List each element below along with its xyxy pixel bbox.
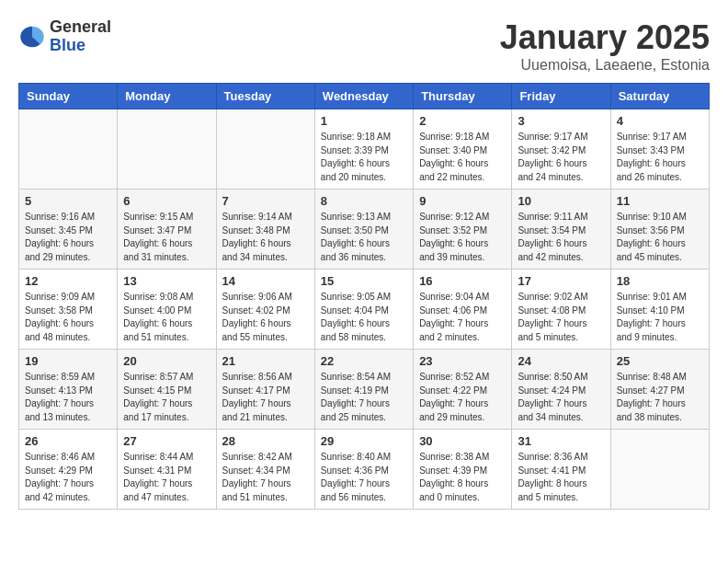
day-number: 9 — [419, 194, 506, 208]
day-number: 17 — [518, 274, 604, 288]
weekday-header-thursday: Thursday — [414, 84, 512, 109]
day-number: 5 — [25, 194, 111, 208]
calendar-cell: 16Sunrise: 9:04 AM Sunset: 4:06 PM Dayli… — [414, 270, 512, 350]
calendar-cell: 7Sunrise: 9:14 AM Sunset: 3:48 PM Daylig… — [216, 190, 314, 270]
day-number: 11 — [617, 194, 703, 208]
calendar-cell: 10Sunrise: 9:11 AM Sunset: 3:54 PM Dayli… — [512, 190, 610, 270]
day-info: Sunrise: 9:06 AM Sunset: 4:02 PM Dayligh… — [222, 291, 309, 344]
calendar-cell: 15Sunrise: 9:05 AM Sunset: 4:04 PM Dayli… — [314, 270, 413, 350]
day-info: Sunrise: 9:12 AM Sunset: 3:52 PM Dayligh… — [419, 211, 506, 264]
day-info: Sunrise: 8:57 AM Sunset: 4:15 PM Dayligh… — [123, 371, 210, 424]
day-number: 30 — [419, 434, 506, 448]
title-area: January 2025 Uuemoisa, Laeaene, Estonia — [500, 18, 710, 74]
calendar-cell: 3Sunrise: 9:17 AM Sunset: 3:42 PM Daylig… — [512, 109, 610, 190]
day-info: Sunrise: 8:42 AM Sunset: 4:34 PM Dayligh… — [222, 451, 309, 504]
weekday-header-saturday: Saturday — [610, 84, 709, 109]
calendar-cell: 23Sunrise: 8:52 AM Sunset: 4:22 PM Dayli… — [414, 350, 512, 430]
day-info: Sunrise: 9:04 AM Sunset: 4:06 PM Dayligh… — [419, 291, 506, 344]
day-info: Sunrise: 9:08 AM Sunset: 4:00 PM Dayligh… — [123, 291, 210, 344]
day-info: Sunrise: 8:48 AM Sunset: 4:27 PM Dayligh… — [617, 371, 703, 424]
day-number: 18 — [617, 274, 703, 288]
location-title: Uuemoisa, Laeaene, Estonia — [500, 57, 710, 74]
logo: General Blue — [18, 18, 111, 55]
calendar-cell: 20Sunrise: 8:57 AM Sunset: 4:15 PM Dayli… — [118, 350, 216, 430]
day-number: 16 — [419, 274, 506, 288]
calendar-week-3: 12Sunrise: 9:09 AM Sunset: 3:58 PM Dayli… — [19, 270, 710, 350]
day-info: Sunrise: 8:54 AM Sunset: 4:19 PM Dayligh… — [321, 371, 407, 424]
day-info: Sunrise: 9:09 AM Sunset: 3:58 PM Dayligh… — [25, 291, 111, 344]
day-info: Sunrise: 8:59 AM Sunset: 4:13 PM Dayligh… — [25, 371, 111, 424]
calendar-cell — [216, 109, 314, 190]
day-info: Sunrise: 9:10 AM Sunset: 3:56 PM Dayligh… — [617, 211, 703, 264]
day-number: 10 — [518, 194, 604, 208]
calendar-cell: 24Sunrise: 8:50 AM Sunset: 4:24 PM Dayli… — [512, 350, 610, 430]
logo-icon — [18, 23, 46, 51]
day-number: 12 — [25, 274, 111, 288]
day-info: Sunrise: 9:13 AM Sunset: 3:50 PM Dayligh… — [321, 211, 407, 264]
calendar-cell: 2Sunrise: 9:18 AM Sunset: 3:40 PM Daylig… — [414, 109, 512, 190]
calendar: SundayMondayTuesdayWednesdayThursdayFrid… — [18, 83, 710, 510]
calendar-week-4: 19Sunrise: 8:59 AM Sunset: 4:13 PM Dayli… — [19, 350, 710, 430]
day-number: 24 — [518, 354, 604, 368]
weekday-header-tuesday: Tuesday — [216, 84, 314, 109]
calendar-week-2: 5Sunrise: 9:16 AM Sunset: 3:45 PM Daylig… — [19, 190, 710, 270]
day-info: Sunrise: 8:40 AM Sunset: 4:36 PM Dayligh… — [321, 451, 407, 504]
calendar-cell: 21Sunrise: 8:56 AM Sunset: 4:17 PM Dayli… — [216, 350, 314, 430]
day-info: Sunrise: 9:18 AM Sunset: 3:39 PM Dayligh… — [321, 131, 407, 184]
day-number: 20 — [123, 354, 210, 368]
weekday-header-wednesday: Wednesday — [314, 84, 413, 109]
calendar-cell: 5Sunrise: 9:16 AM Sunset: 3:45 PM Daylig… — [19, 190, 118, 270]
day-number: 1 — [321, 114, 407, 128]
day-info: Sunrise: 9:01 AM Sunset: 4:10 PM Dayligh… — [617, 291, 703, 344]
calendar-cell: 29Sunrise: 8:40 AM Sunset: 4:36 PM Dayli… — [314, 430, 413, 510]
day-number: 14 — [222, 274, 309, 288]
calendar-cell: 25Sunrise: 8:48 AM Sunset: 4:27 PM Dayli… — [610, 350, 709, 430]
calendar-cell: 30Sunrise: 8:38 AM Sunset: 4:39 PM Dayli… — [414, 430, 512, 510]
calendar-week-5: 26Sunrise: 8:46 AM Sunset: 4:29 PM Dayli… — [19, 430, 710, 510]
calendar-cell — [19, 109, 118, 190]
day-number: 15 — [321, 274, 407, 288]
calendar-cell: 12Sunrise: 9:09 AM Sunset: 3:58 PM Dayli… — [19, 270, 118, 350]
month-title: January 2025 — [500, 18, 710, 57]
day-info: Sunrise: 8:44 AM Sunset: 4:31 PM Dayligh… — [123, 451, 210, 504]
weekday-header-monday: Monday — [118, 84, 216, 109]
day-info: Sunrise: 8:52 AM Sunset: 4:22 PM Dayligh… — [419, 371, 506, 424]
weekday-header-sunday: Sunday — [19, 84, 118, 109]
day-info: Sunrise: 9:05 AM Sunset: 4:04 PM Dayligh… — [321, 291, 407, 344]
day-number: 7 — [222, 194, 309, 208]
day-info: Sunrise: 9:17 AM Sunset: 3:42 PM Dayligh… — [518, 131, 604, 184]
day-number: 4 — [617, 114, 703, 128]
day-number: 2 — [419, 114, 506, 128]
calendar-cell: 31Sunrise: 8:36 AM Sunset: 4:41 PM Dayli… — [512, 430, 610, 510]
day-number: 26 — [25, 434, 111, 448]
day-number: 21 — [222, 354, 309, 368]
day-number: 28 — [222, 434, 309, 448]
logo-text: General Blue — [50, 18, 111, 55]
day-info: Sunrise: 9:17 AM Sunset: 3:43 PM Dayligh… — [617, 131, 703, 184]
calendar-cell: 27Sunrise: 8:44 AM Sunset: 4:31 PM Dayli… — [118, 430, 216, 510]
day-number: 31 — [518, 434, 604, 448]
calendar-cell — [118, 109, 216, 190]
calendar-cell: 19Sunrise: 8:59 AM Sunset: 4:13 PM Dayli… — [19, 350, 118, 430]
calendar-cell: 1Sunrise: 9:18 AM Sunset: 3:39 PM Daylig… — [314, 109, 413, 190]
day-info: Sunrise: 9:18 AM Sunset: 3:40 PM Dayligh… — [419, 131, 506, 184]
day-number: 22 — [321, 354, 407, 368]
calendar-cell: 17Sunrise: 9:02 AM Sunset: 4:08 PM Dayli… — [512, 270, 610, 350]
calendar-week-1: 1Sunrise: 9:18 AM Sunset: 3:39 PM Daylig… — [19, 109, 710, 190]
day-info: Sunrise: 9:02 AM Sunset: 4:08 PM Dayligh… — [518, 291, 604, 344]
day-number: 3 — [518, 114, 604, 128]
day-info: Sunrise: 9:14 AM Sunset: 3:48 PM Dayligh… — [222, 211, 309, 264]
calendar-cell: 28Sunrise: 8:42 AM Sunset: 4:34 PM Dayli… — [216, 430, 314, 510]
calendar-cell: 9Sunrise: 9:12 AM Sunset: 3:52 PM Daylig… — [414, 190, 512, 270]
day-info: Sunrise: 8:50 AM Sunset: 4:24 PM Dayligh… — [518, 371, 604, 424]
calendar-cell: 22Sunrise: 8:54 AM Sunset: 4:19 PM Dayli… — [314, 350, 413, 430]
day-info: Sunrise: 9:15 AM Sunset: 3:47 PM Dayligh… — [123, 211, 210, 264]
day-number: 6 — [123, 194, 210, 208]
day-info: Sunrise: 8:36 AM Sunset: 4:41 PM Dayligh… — [518, 451, 604, 504]
day-number: 27 — [123, 434, 210, 448]
calendar-cell: 11Sunrise: 9:10 AM Sunset: 3:56 PM Dayli… — [610, 190, 709, 270]
calendar-cell: 6Sunrise: 9:15 AM Sunset: 3:47 PM Daylig… — [118, 190, 216, 270]
day-number: 13 — [123, 274, 210, 288]
calendar-cell: 8Sunrise: 9:13 AM Sunset: 3:50 PM Daylig… — [314, 190, 413, 270]
calendar-cell — [610, 430, 709, 510]
